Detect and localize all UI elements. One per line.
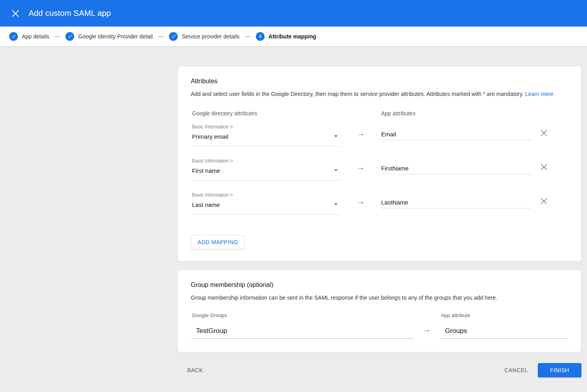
arrow-right-icon: → [423, 325, 431, 333]
step-attribute-mapping[interactable]: 4 Attribute mapping [256, 32, 317, 41]
column-headers: Google directory attributes App attribut… [191, 109, 568, 117]
mapping-row-first-name: Basic Information > First name → [191, 158, 568, 181]
attributes-card: Attributes Add and select user fields in… [177, 66, 581, 262]
select-underline [192, 180, 340, 181]
step-check-circle [65, 32, 74, 41]
google-directory-attributes-header: Google directory attributes [191, 109, 381, 117]
google-groups-input[interactable] [191, 326, 414, 339]
app-attribute-input[interactable] [381, 164, 531, 174]
attribute-category-label: Basic Information > [192, 192, 340, 198]
google-groups-field: Google Groups [191, 312, 414, 339]
remove-mapping-button[interactable] [539, 128, 549, 138]
app-attribute-input[interactable] [381, 199, 531, 208]
group-arrow-cell: → [414, 312, 440, 339]
dialog-title: Add custom SAML app [29, 9, 111, 18]
attributes-description-text: Add and select user fields in the Google… [191, 91, 524, 97]
dialog-header: Add custom SAML app [0, 0, 587, 27]
arrow-right-icon: → [357, 197, 365, 215]
finish-button[interactable]: FINISH [538, 363, 581, 377]
selected-attribute-value: First name [192, 167, 220, 175]
selected-attribute-value: Last name [192, 201, 220, 209]
check-icon [67, 34, 73, 39]
mapping-arrow-cell: → [340, 192, 381, 215]
step-app-details[interactable]: App details [9, 32, 49, 41]
app-attribute-label: App attribute [440, 312, 568, 319]
app-attributes-header: App attributes [381, 109, 415, 117]
mapping-rows: Basic Information > Primary email → Basi… [191, 124, 568, 215]
step-label: Attribute mapping [269, 33, 317, 40]
add-mapping-button[interactable]: ADD MAPPING [191, 235, 245, 249]
select-control[interactable]: First name [192, 167, 340, 175]
close-icon [541, 130, 547, 136]
attribute-category-label: Basic Information > [192, 124, 340, 130]
select-control[interactable]: Primary email [192, 133, 340, 141]
back-button[interactable]: BACK [184, 364, 206, 377]
close-icon [541, 198, 547, 205]
remove-mapping-button[interactable] [539, 162, 549, 172]
learn-more-link[interactable]: Learn more [525, 91, 554, 97]
select-control[interactable]: Last name [192, 201, 340, 209]
mapping-row-primary-email: Basic Information > Primary email → [191, 124, 568, 147]
check-icon [171, 34, 176, 39]
step-connector [245, 36, 250, 37]
selected-attribute-value: Primary email [192, 133, 228, 141]
group-card-title: Group membership (optional) [191, 280, 568, 290]
chevron-down-icon [334, 135, 338, 138]
mapping-row-last-name: Basic Information > Last name → [191, 192, 568, 215]
group-card-description: Group membership information can be sent… [191, 294, 568, 302]
step-check-circle [9, 32, 18, 41]
close-icon [12, 10, 19, 17]
attributes-card-description: Add and select user fields in the Google… [191, 90, 568, 98]
check-icon [11, 34, 16, 39]
group-app-attribute-input[interactable] [440, 326, 568, 339]
directory-attribute-select[interactable]: Basic Information > First name [191, 158, 340, 181]
step-connector [55, 36, 60, 37]
group-fields-row: Google Groups → App attribute [191, 312, 568, 339]
step-check-circle [169, 32, 178, 41]
google-groups-label: Google Groups [191, 312, 414, 319]
attribute-category-label: Basic Information > [192, 158, 340, 164]
chevron-down-icon [334, 169, 338, 172]
directory-attribute-select[interactable]: Basic Information > Last name [191, 192, 340, 215]
group-membership-card: Group membership (optional) Group member… [177, 270, 581, 352]
step-label: App details [22, 33, 49, 40]
select-underline [192, 214, 340, 215]
step-label: Google Identity Provider details [78, 33, 153, 40]
app-attribute-field: App attribute [440, 312, 568, 339]
step-label: Service provider details [182, 33, 240, 40]
step-google-idp-details[interactable]: Google Identity Provider details [65, 32, 153, 41]
directory-attribute-select[interactable]: Basic Information > Primary email [191, 124, 340, 147]
chevron-down-icon [334, 203, 338, 206]
arrow-right-icon: → [357, 129, 365, 147]
step-connector [158, 36, 163, 37]
step-number: 4 [259, 34, 261, 39]
app-attribute-input[interactable] [381, 130, 531, 140]
mapping-arrow-cell: → [340, 158, 381, 181]
cancel-button[interactable]: CANCEL [501, 364, 531, 377]
attributes-card-title: Attributes [191, 76, 568, 86]
arrow-right-icon: → [357, 163, 365, 181]
wizard-actions: BACK CANCEL FINISH [177, 363, 581, 377]
close-button[interactable] [8, 6, 23, 21]
wizard-stepper: App details Google Identity Provider det… [0, 27, 587, 46]
step-service-provider-details[interactable]: Service provider details [169, 32, 240, 41]
mapping-arrow-cell: → [340, 124, 381, 147]
close-icon [541, 164, 547, 170]
remove-mapping-button[interactable] [539, 196, 549, 206]
step-number-circle: 4 [256, 32, 265, 41]
select-underline [192, 146, 340, 147]
